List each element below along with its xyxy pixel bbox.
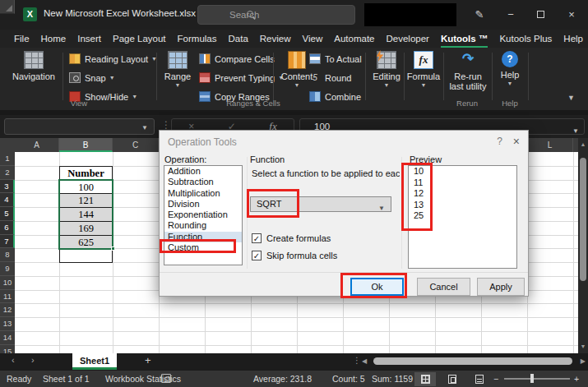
pen-icon[interactable]: ✎ <box>467 0 492 30</box>
add-sheet-button[interactable]: + <box>145 354 151 366</box>
create-formulas-checkbox[interactable]: ✓ Create formulas <box>252 233 331 243</box>
scroll-down-icon[interactable]: ▼ <box>578 342 588 352</box>
ok-button[interactable]: Ok <box>350 278 404 296</box>
reading-layout-icon <box>69 53 81 64</box>
row-header-3[interactable]: 3 <box>0 180 15 194</box>
row-header-6[interactable]: 6 <box>0 221 15 235</box>
menu-item-kutools-plus[interactable]: Kutools Plus <box>493 31 558 46</box>
menu-item-home[interactable]: Home <box>35 31 72 46</box>
row-header-11[interactable]: 11 <box>0 290 15 304</box>
row-header-12[interactable]: 12 <box>0 303 15 317</box>
menu-item-kutools[interactable]: Kutools ™ <box>435 31 494 46</box>
editing-button[interactable]: Editing ▼ <box>368 51 405 88</box>
menu-item-developer[interactable]: Developer <box>380 31 434 46</box>
zoom-in-button[interactable]: + <box>574 374 579 384</box>
normal-view-button[interactable] <box>414 372 436 386</box>
menu-item-review[interactable]: Review <box>254 31 297 46</box>
row-header-5[interactable]: 5 <box>0 207 15 221</box>
row-header-2[interactable]: 2 <box>0 166 15 180</box>
page-break-view-button[interactable] <box>469 372 490 386</box>
page-layout-view-button[interactable] <box>442 372 463 386</box>
preview-label: Preview <box>410 154 442 164</box>
expand-formula-bar-icon[interactable]: ▼ <box>572 124 579 139</box>
document-title[interactable]: New Microsoft Excel Worksheet.xlsx▼ <box>44 8 207 18</box>
round-button[interactable]: 5Round <box>309 70 362 85</box>
scroll-right-icon[interactable]: ▶ <box>581 357 586 365</box>
snap-button[interactable]: Snap▼ <box>69 70 157 85</box>
reading-layout-button[interactable]: Reading Layout▼ <box>69 51 157 67</box>
compare-cells-button[interactable]: Compare Cells <box>199 51 284 67</box>
operation-listbox[interactable]: AdditionSubtractionMultiplicationDivisio… <box>164 165 243 265</box>
apply-button[interactable]: Apply <box>477 278 525 296</box>
ribbon-collapse-icon[interactable]: ▼ <box>567 94 575 102</box>
prevent-typing-icon <box>199 72 211 83</box>
search-input[interactable]: Search <box>197 5 355 25</box>
prevent-typing-button[interactable]: Prevent Typing▼ <box>199 70 284 85</box>
zoom-slider-thumb[interactable] <box>530 374 534 383</box>
navigation-button[interactable]: Navigation <box>10 51 58 81</box>
select-all-corner[interactable] <box>0 0 15 14</box>
operation-item-subtraction[interactable]: Subtraction <box>164 177 242 187</box>
vertical-scrollbar[interactable]: ▲ ▼ <box>578 138 588 353</box>
column-header-b[interactable]: B <box>59 138 113 152</box>
dialog-close-icon[interactable]: × <box>513 135 520 148</box>
row-header-15[interactable]: 15 <box>0 345 15 354</box>
next-sheet-icon[interactable]: › <box>31 355 35 365</box>
row-header-7[interactable]: 7 <box>0 235 15 249</box>
operation-item-function[interactable]: Function <box>164 232 242 242</box>
to-actual-button[interactable]: To Actual <box>309 51 362 67</box>
scroll-left-icon[interactable]: ◀ <box>362 357 367 365</box>
menu-item-insert[interactable]: Insert <box>72 31 107 46</box>
zoom-out-button[interactable]: − <box>493 374 498 384</box>
scroll-up-icon[interactable]: ▲ <box>578 140 588 150</box>
menu-item-help[interactable]: Help <box>558 31 588 46</box>
menu-item-automate[interactable]: Automate <box>328 31 380 46</box>
column-header-l[interactable]: L <box>527 138 573 152</box>
horizontal-scroll-thumb[interactable] <box>373 357 572 365</box>
cancel-button[interactable]: Cancel <box>417 278 470 296</box>
operation-item-custom[interactable]: Custom <box>164 242 242 253</box>
prev-sheet-icon[interactable]: ‹ <box>12 355 15 365</box>
menu-item-file[interactable]: File <box>8 31 35 46</box>
operation-item-multiplication[interactable]: Multiplication <box>164 188 242 199</box>
tab-sheet1[interactable]: Sheet1 <box>72 353 117 370</box>
close-button[interactable]: × <box>558 0 586 30</box>
column-header-a[interactable]: A <box>15 138 59 152</box>
name-box[interactable]: ▼ <box>4 118 155 135</box>
dialog-help-icon[interactable]: ? <box>497 136 502 147</box>
row-header-4[interactable]: 4 <box>0 193 15 207</box>
title-bar: X New Microsoft Excel Worksheet.xlsx▼ Se… <box>0 0 588 30</box>
minimize-button[interactable]: − <box>497 0 525 30</box>
operation-item-addition[interactable]: Addition <box>164 166 242 177</box>
rerun-last-utility-button[interactable]: ↷ Re-run last utility <box>447 51 488 91</box>
row-header-1[interactable]: 1 <box>0 152 15 166</box>
vertical-scroll-thumb[interactable] <box>580 158 586 281</box>
horizontal-scrollbar[interactable]: ◀ ▶ <box>362 356 586 367</box>
maximize-button[interactable] <box>526 0 554 30</box>
cell-b8[interactable] <box>59 248 113 263</box>
menu-item-data[interactable]: Data <box>223 31 254 46</box>
combine-button[interactable]: Combine <box>309 89 362 104</box>
operation-item-rounding[interactable]: Rounding <box>164 220 242 231</box>
fill-handle[interactable] <box>111 246 115 251</box>
page-break-icon <box>475 375 484 384</box>
help-button[interactable]: ? Help ▼ <box>495 51 525 86</box>
macro-record-icon[interactable] <box>161 374 171 383</box>
row-header-8[interactable]: 8 <box>0 248 15 262</box>
row-header-10[interactable]: 10 <box>0 276 15 290</box>
operation-item-division[interactable]: Division <box>164 199 242 210</box>
formula-button[interactable]: fx Formula ▼ <box>406 51 441 88</box>
operation-item-exponentiation[interactable]: Exponentiation <box>164 210 242 220</box>
row-header-13[interactable]: 13 <box>0 317 15 331</box>
tab-options-dots[interactable]: ⋮ <box>353 356 361 365</box>
row-header-9[interactable]: 9 <box>0 262 15 276</box>
menu-item-formulas[interactable]: Formulas <box>172 31 223 46</box>
row-header-14[interactable]: 14 <box>0 331 15 345</box>
function-dropdown[interactable]: SQRT▼ <box>250 196 391 212</box>
menu-item-page-layout[interactable]: Page Layout <box>107 31 172 46</box>
column-header-c[interactable]: C <box>113 138 159 152</box>
range-button[interactable]: Range ▼ <box>160 51 196 88</box>
menu-item-view[interactable]: View <box>297 31 329 46</box>
zoom-slider-track[interactable] <box>504 378 570 380</box>
skip-formula-cells-checkbox[interactable]: ✓ Skip formula cells <box>252 251 337 260</box>
